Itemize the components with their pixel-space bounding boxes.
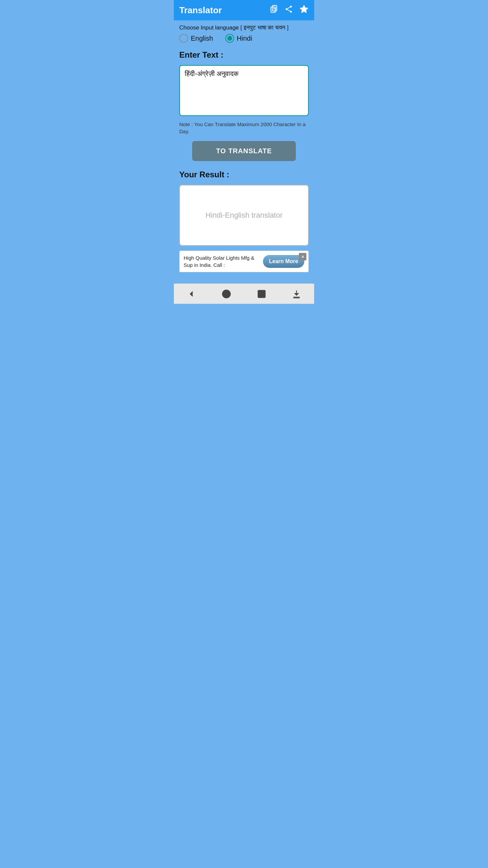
svg-point-5: [286, 8, 287, 10]
star-icon[interactable]: [299, 4, 309, 16]
svg-line-8: [287, 9, 290, 11]
translate-button[interactable]: TO TRANSLATE: [192, 141, 296, 161]
text-input[interactable]: हिंदी-अंग्रेज़ी अनुवादक: [179, 65, 309, 116]
result-label: Your Result :: [179, 170, 309, 179]
ad-text: High Quality Solar Lights Mfg & Sup in I…: [184, 254, 260, 269]
svg-point-4: [290, 6, 292, 7]
radio-group: English Hindi: [179, 34, 309, 43]
svg-line-7: [287, 7, 290, 9]
result-text: Hindi-English translator: [205, 211, 282, 220]
svg-point-6: [290, 11, 292, 13]
hindi-radio-option[interactable]: Hindi: [225, 34, 252, 43]
enter-text-label: Enter Text :: [179, 50, 309, 60]
main-content: Choose Input language [ इनपुट भाषा का चय…: [174, 20, 314, 283]
home-button[interactable]: [218, 286, 235, 302]
svg-rect-11: [258, 290, 265, 297]
language-section: Choose Input language [ इनपुट भाषा का चय…: [179, 24, 309, 43]
app-bar-icons: [269, 4, 309, 16]
app-title: Translator: [179, 5, 269, 16]
svg-marker-9: [300, 5, 308, 13]
result-box: Hindi-English translator: [179, 185, 309, 246]
recents-button[interactable]: [253, 286, 270, 302]
english-radio-circle[interactable]: [179, 34, 188, 43]
hindi-label: Hindi: [237, 35, 252, 42]
english-label: English: [191, 35, 213, 42]
note-text: Note : You Can Translate Maximum 2000 Ch…: [179, 121, 309, 135]
svg-point-10: [223, 290, 230, 298]
learn-more-button[interactable]: Learn More: [263, 255, 304, 268]
bottom-nav: [174, 283, 314, 304]
hindi-radio-inner: [227, 36, 232, 41]
share-icon[interactable]: [284, 5, 293, 16]
copy-icon[interactable]: [269, 5, 278, 16]
back-button[interactable]: [183, 286, 200, 302]
download-button[interactable]: [288, 286, 305, 302]
ad-close-button[interactable]: ✕: [299, 253, 306, 260]
hindi-radio-circle[interactable]: [225, 34, 234, 43]
app-bar: Translator: [174, 0, 314, 20]
choose-language-label: Choose Input language [ इनपुट भाषा का चय…: [179, 24, 309, 31]
english-radio-option[interactable]: English: [179, 34, 213, 43]
ad-banner: ✕ High Quality Solar Lights Mfg & Sup in…: [179, 251, 309, 272]
